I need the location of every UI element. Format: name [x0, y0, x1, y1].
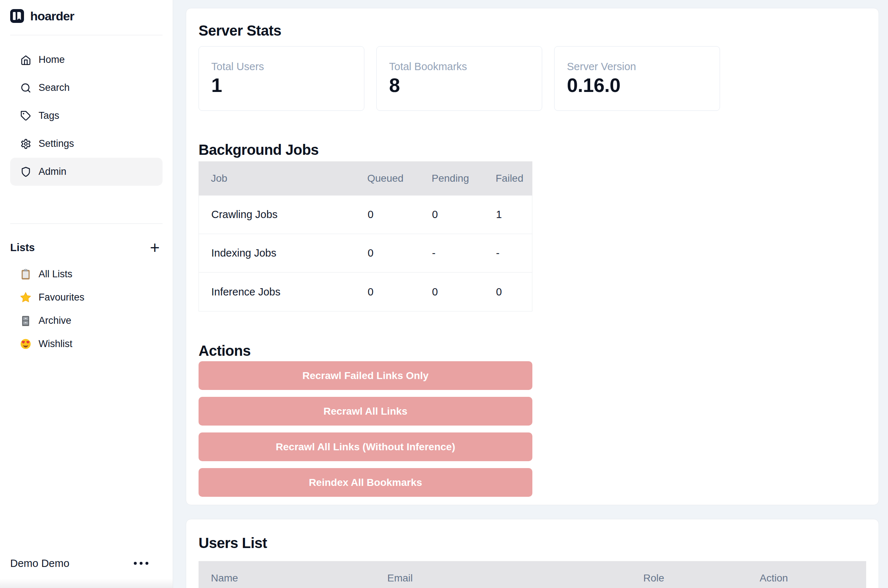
- server-stats-cards: Total Users 1 Total Bookmarks 8 Server V…: [198, 46, 866, 111]
- col-header-pending: Pending: [432, 172, 496, 184]
- job-cell: Crawling Jobs: [199, 208, 368, 220]
- sidebar-item-tags[interactable]: Tags: [10, 102, 162, 130]
- queued-cell: 0: [368, 286, 432, 298]
- recrawl-failed-links-button[interactable]: Recrawl Failed Links Only: [198, 361, 532, 390]
- file-cabinet-emoji-icon: [20, 315, 32, 327]
- stat-card-total-bookmarks: Total Bookmarks 8: [376, 46, 542, 111]
- recrawl-all-links-without-inference-button[interactable]: Recrawl All Links (Without Inference): [198, 432, 532, 461]
- clipboard-emoji-icon: [20, 268, 32, 280]
- col-header-email: Email: [387, 572, 643, 584]
- logo-text: hoarder: [30, 9, 74, 23]
- sidebar-item-settings[interactable]: Settings: [10, 130, 162, 158]
- nav-label: Search: [39, 82, 70, 93]
- stat-card-total-users: Total Users 1: [198, 46, 364, 111]
- pending-cell: 0: [432, 286, 496, 298]
- list-label: Favourites: [39, 292, 84, 303]
- sidebar-item-home[interactable]: Home: [10, 46, 162, 74]
- recrawl-all-links-button[interactable]: Recrawl All Links: [198, 397, 532, 426]
- list-label: Archive: [39, 315, 71, 326]
- failed-cell: 1: [496, 208, 532, 220]
- user-menu[interactable]: Demo Demo: [10, 552, 162, 574]
- table-row-indexing: Indexing Jobs 0 - -: [199, 234, 532, 273]
- tag-icon: [20, 111, 31, 122]
- lists-section: All Lists Favourites Archive: [10, 262, 162, 356]
- failed-cell: -: [496, 247, 532, 259]
- home-icon: [20, 54, 31, 65]
- actions-buttons: Recrawl Failed Links Only Recrawl All Li…: [198, 361, 532, 497]
- sidebar-spacer: [10, 356, 162, 552]
- add-list-button[interactable]: +: [150, 242, 160, 253]
- lists-title: Lists: [10, 242, 35, 254]
- server-stats-title: Server Stats: [198, 22, 866, 39]
- queued-cell: 0: [368, 247, 432, 259]
- nav-label: Tags: [39, 110, 59, 122]
- sidebar-item-favourites[interactable]: Favourites: [10, 286, 162, 309]
- col-header-queued: Queued: [367, 172, 432, 184]
- sidebar-divider: [10, 35, 162, 35]
- job-cell: Inference Jobs: [199, 286, 368, 298]
- ellipsis-icon[interactable]: [134, 562, 148, 565]
- lists-header: Lists +: [10, 240, 162, 255]
- col-header-job: Job: [198, 172, 367, 184]
- queued-cell: 0: [368, 208, 432, 220]
- list-label: All Lists: [39, 268, 72, 280]
- gear-icon: [20, 138, 31, 149]
- sidebar-item-admin[interactable]: Admin: [10, 158, 162, 186]
- main-content: Server Stats Total Users 1 Total Bookmar…: [173, 0, 888, 588]
- sidebar-divider: [10, 224, 162, 224]
- table-body: Crawling Jobs 0 0 1 Indexing Jobs 0 - - …: [198, 195, 532, 312]
- col-header-role: Role: [643, 572, 760, 584]
- stat-label: Server Version: [567, 61, 707, 72]
- user-name: Demo Demo: [10, 558, 69, 570]
- nav-label: Settings: [39, 138, 74, 149]
- sidebar-item-search[interactable]: Search: [10, 74, 162, 102]
- background-jobs-title: Background Jobs: [198, 141, 866, 158]
- list-label: Wishlist: [39, 338, 72, 350]
- hoarder-logo-icon: [10, 9, 24, 23]
- users-list-title: Users List: [198, 535, 866, 551]
- table-row-inference: Inference Jobs 0 0 0: [199, 273, 532, 311]
- hoarder-logo[interactable]: hoarder: [10, 9, 162, 23]
- shield-icon: [20, 166, 31, 177]
- table-row-crawling: Crawling Jobs 0 0 1: [199, 195, 532, 234]
- pending-cell: 0: [432, 208, 496, 220]
- actions-title: Actions: [198, 342, 866, 359]
- app-root: hoarder Home Search Tags: [0, 0, 888, 588]
- sidebar-item-archive[interactable]: Archive: [10, 309, 162, 332]
- col-header-failed: Failed: [496, 172, 532, 184]
- pending-cell: -: [432, 247, 496, 259]
- star-emoji-icon: [20, 291, 32, 303]
- sidebar-item-wishlist[interactable]: Wishlist: [10, 332, 162, 356]
- users-table-header-row: Name Email Role Action: [198, 561, 866, 588]
- stat-label: Total Bookmarks: [389, 61, 529, 72]
- stat-value: 8: [389, 75, 529, 95]
- nav-label: Home: [39, 54, 65, 65]
- sidebar: hoarder Home Search Tags: [0, 0, 173, 588]
- nav-label: Admin: [39, 166, 66, 177]
- admin-panel-card: Server Stats Total Users 1 Total Bookmar…: [186, 8, 879, 505]
- stat-label: Total Users: [211, 61, 352, 72]
- stat-card-server-version: Server Version 0.16.0: [554, 46, 720, 111]
- stat-value: 0.16.0: [567, 75, 707, 95]
- search-icon: [20, 82, 31, 93]
- reindex-all-bookmarks-button[interactable]: Reindex All Bookmarks: [198, 468, 532, 497]
- stat-value: 1: [211, 75, 352, 95]
- users-list-card: Users List Name Email Role Action: [186, 519, 879, 588]
- col-header-name: Name: [198, 572, 387, 584]
- sidebar-nav: Home Search Tags Settings: [10, 46, 162, 186]
- sidebar-item-all-lists[interactable]: All Lists: [10, 262, 162, 286]
- col-header-action: Action: [760, 572, 866, 584]
- table-header-row: Job Queued Pending Failed: [198, 161, 532, 195]
- background-jobs-table: Job Queued Pending Failed Crawling Jobs …: [198, 161, 532, 312]
- heart-eyes-emoji-icon: [20, 338, 32, 350]
- job-cell: Indexing Jobs: [199, 247, 368, 259]
- failed-cell: 0: [496, 286, 532, 298]
